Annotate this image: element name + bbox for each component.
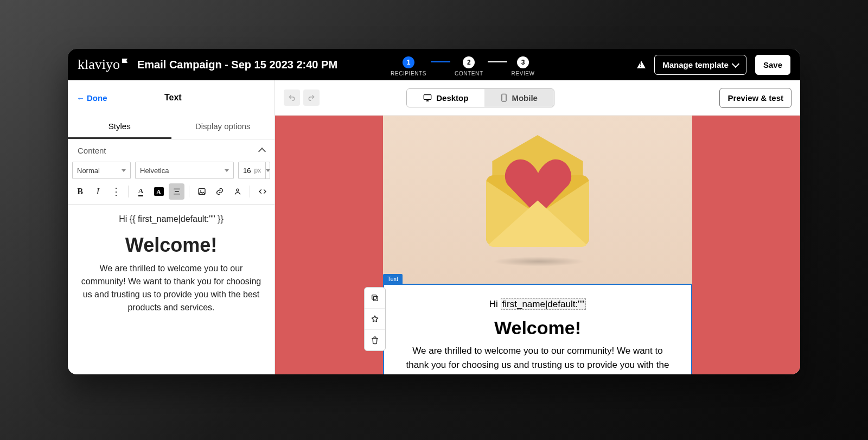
copy-icon: [371, 294, 379, 302]
stepper: 1 RECIPIENTS 2 CONTENT 3 REVIEW: [391, 56, 535, 76]
separator: [128, 186, 129, 197]
redo-button[interactable]: [303, 90, 320, 106]
separator: [189, 186, 189, 197]
greeting-prefix: Hi: [489, 299, 501, 309]
favorite-block-button[interactable]: [365, 309, 385, 330]
size-unit: px: [254, 167, 261, 174]
svg-point-5: [504, 100, 505, 100]
main: ← Done Text Styles Display options Conte…: [68, 80, 800, 374]
font-size-value: 16 px: [239, 167, 265, 175]
label: Mobile: [512, 93, 538, 103]
button-label: Manage template: [662, 60, 729, 69]
step-circle: 1: [403, 56, 414, 68]
caret-icon: [266, 169, 270, 172]
font-size-select[interactable]: 16 px: [238, 162, 270, 179]
code-view-button[interactable]: [254, 183, 270, 200]
text-editor[interactable]: Hi {{ first_name|default:"" }} Welcome! …: [68, 205, 275, 325]
selected-text-block[interactable]: Text Hi first_name|default:"" Welcome! W…: [383, 284, 692, 374]
device-mobile[interactable]: Mobile: [484, 89, 554, 107]
hero-image[interactable]: [383, 116, 692, 284]
insert-image-button[interactable]: [194, 183, 209, 200]
align-center-icon: [173, 187, 181, 196]
select-value: Normal: [77, 167, 100, 175]
editor-headline: Welcome!: [75, 234, 267, 257]
separator: [250, 186, 250, 197]
warning-icon[interactable]: [637, 61, 646, 68]
step-recipients[interactable]: 1 RECIPIENTS: [391, 56, 426, 76]
mobile-icon: [501, 93, 507, 102]
step-label: CONTENT: [455, 71, 483, 76]
delete-block-button[interactable]: [365, 330, 385, 350]
editor-body: We are thrilled to welcome you to our co…: [78, 262, 265, 314]
insert-link-button[interactable]: [212, 183, 227, 200]
topbar-right: Manage template Save: [637, 55, 790, 75]
block-side-tools: [364, 287, 386, 351]
section-content-header[interactable]: Content: [68, 139, 275, 162]
section-content-label: Content: [78, 146, 106, 155]
text-color-button[interactable]: A: [133, 183, 149, 200]
label: Preview & test: [727, 93, 783, 103]
panel-tabs: Styles Display options: [68, 115, 275, 139]
left-panel: ← Done Text Styles Display options Conte…: [68, 80, 275, 374]
manage-template-button[interactable]: Manage template: [654, 55, 746, 75]
bold-button[interactable]: B: [72, 183, 88, 200]
align-center-button[interactable]: [169, 183, 184, 200]
code-icon: [258, 187, 267, 196]
step-connector: [431, 61, 450, 62]
undo-redo: [284, 90, 320, 106]
undo-icon: [288, 93, 296, 102]
step-review[interactable]: 3 REVIEW: [512, 56, 535, 76]
rich-text-toolbar: B I ⋮ A A: [68, 179, 275, 205]
editor-greeting: Hi {{ first_name|default:"" }}: [75, 214, 267, 224]
select-value: Helvetica: [140, 167, 169, 175]
font-family-select[interactable]: Helvetica: [135, 162, 234, 179]
trash-icon: [371, 336, 379, 345]
step-circle: 2: [463, 56, 475, 68]
step-connector: [488, 61, 507, 62]
tab-styles[interactable]: Styles: [68, 115, 171, 139]
redo-icon: [307, 93, 316, 102]
step-label: REVIEW: [512, 71, 535, 76]
duplicate-block-button[interactable]: [365, 288, 385, 309]
svg-rect-3: [424, 95, 431, 100]
email-body: Text Hi first_name|default:"" Welcome! W…: [383, 116, 692, 374]
chevron-down-icon: [732, 60, 739, 67]
device-desktop[interactable]: Desktop: [407, 89, 484, 107]
svg-point-1: [200, 190, 201, 192]
highlight-color-button[interactable]: A: [151, 183, 167, 200]
step-circle: 3: [517, 56, 529, 68]
preview-greeting: Hi first_name|default:"": [400, 299, 675, 310]
tab-display-options[interactable]: Display options: [171, 115, 275, 139]
size-number: 16: [243, 167, 251, 175]
person-icon: [233, 187, 242, 196]
canvas[interactable]: Text Hi first_name|default:"" Welcome! W…: [275, 116, 800, 374]
italic-button[interactable]: I: [90, 183, 106, 200]
device-toggle: Desktop Mobile: [406, 88, 554, 107]
caret-icon: [122, 169, 126, 172]
font-size-dropdown[interactable]: [265, 162, 270, 178]
save-button[interactable]: Save: [755, 55, 790, 75]
canvas-toolbar: Desktop Mobile Preview & test: [275, 80, 800, 116]
step-label: RECIPIENTS: [391, 71, 426, 76]
svg-rect-6: [373, 296, 378, 301]
preview-body: We are thrilled to welcome you to our co…: [405, 344, 671, 374]
undo-button[interactable]: [284, 90, 300, 106]
right-area: Desktop Mobile Preview & test: [275, 80, 800, 374]
desktop-icon: [423, 94, 432, 101]
caret-icon: [225, 169, 229, 172]
image-icon: [197, 187, 206, 196]
campaign-title: Email Campaign - Sep 15 2023 2:40 PM: [137, 59, 337, 71]
more-format-button[interactable]: ⋮: [108, 183, 124, 200]
paragraph-style-select[interactable]: Normal: [72, 162, 131, 179]
preview-test-button[interactable]: Preview & test: [719, 88, 792, 108]
link-icon: [215, 187, 224, 196]
topbar: klaviyo Email Campaign - Sep 15 2023 2:4…: [68, 49, 800, 80]
format-row: Normal Helvetica 16 px: [68, 162, 275, 179]
app-shell: klaviyo Email Campaign - Sep 15 2023 2:4…: [68, 49, 800, 374]
svg-point-2: [236, 189, 238, 191]
personalization-token: first_name|default:"": [501, 298, 586, 310]
block-tag: Text: [383, 274, 403, 284]
personalization-button[interactable]: [229, 183, 245, 200]
step-content[interactable]: 2 CONTENT: [455, 56, 483, 76]
button-label: Save: [763, 60, 782, 69]
